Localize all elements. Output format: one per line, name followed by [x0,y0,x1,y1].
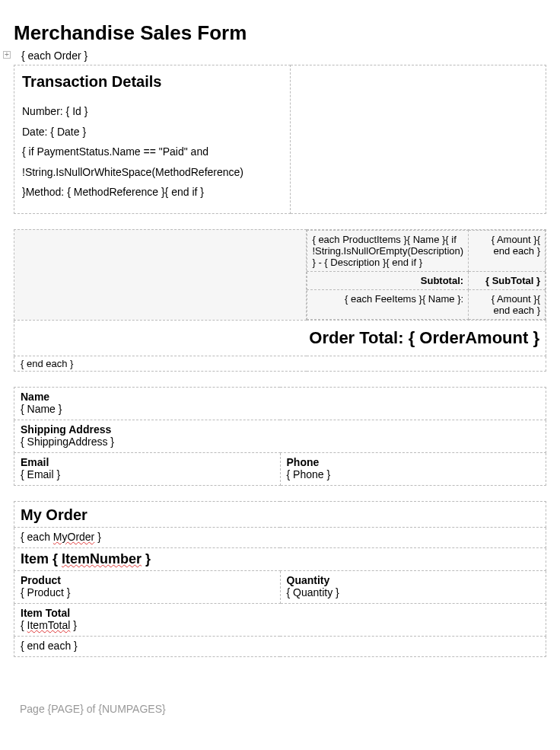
item-heading: Item { ItemNumber } [14,547,546,570]
subtotal-label-cell: Subtotal: [307,271,469,289]
subtotal-value-cell: { SubTotal } [469,271,546,289]
quantity-value: { Quantity } [287,586,540,598]
quantity-cell: Quantity { Quantity } [280,570,546,603]
email-cell: Email { Email } [14,452,281,485]
each-myorder-directive: { each MyOrder } [14,527,546,547]
fee-items-cell: { each FeeItems }{ Name }: [307,289,469,319]
each-myorder-post: } [94,531,101,543]
transaction-cond-1: { if PaymentStatus.Name == "Paid" and [22,142,282,162]
shipping-label: Shipping Address [21,423,539,436]
product-amount-cell: { Amount }{ end each } [469,230,546,271]
contact-table: Name { Name } Shipping Address { Shippin… [14,387,546,486]
product-cell: Product { Product } [14,570,281,603]
end-each-myorder: { end each } [14,636,546,656]
item-total-cell: Item Total { ItemTotal } [14,603,546,636]
product-value: { Product } [21,586,274,598]
page-title: Merchandise Sales Form [14,21,546,45]
transaction-date: Date: { Date } [22,122,282,142]
item-total-post: } [70,619,77,631]
end-each-order: { end each } [14,356,546,371]
order-total: Order Total: { OrderAmount } [21,328,539,348]
each-myorder-underline: MyOrder [53,531,94,543]
shipping-cell: Shipping Address { ShippingAddress } [14,420,546,452]
item-heading-underline: ItemNumber [62,551,142,566]
myorder-table: My Order { each MyOrder } Item { ItemNum… [14,501,546,657]
phone-value: { Phone } [287,468,540,480]
transaction-number: Number: { Id } [22,101,282,122]
items-inner-table: { each ProductItems }{ Name }{ if !Strin… [307,230,546,320]
page-footer: Page {PAGE} of {NUMPAGES} [14,703,546,715]
transaction-heading: Transaction Details [22,73,282,91]
transaction-blank-cell [291,65,546,214]
item-total-underline: ItemTotal [27,619,71,631]
item-total-value: { ItemTotal } [21,619,539,631]
email-label: Email [21,456,274,468]
item-total-pre: { [21,619,27,631]
transaction-details-cell: Transaction Details Number: { Id } Date:… [14,65,291,214]
shipping-value: { ShippingAddress } [21,436,539,448]
product-items-cell: { each ProductItems }{ Name }{ if !Strin… [307,230,469,271]
phone-cell: Phone { Phone } [280,452,546,485]
table-anchor-icon: + [3,51,11,59]
items-blank-cell [14,229,307,320]
transaction-cond-2: !String.IsNullOrWhiteSpace(MethodReferen… [22,162,282,183]
each-order-directive: { each Order } [21,49,546,62]
each-myorder-pre: { each [21,531,53,543]
item-heading-post: } [142,551,151,566]
product-label: Product [21,574,274,586]
item-total-label: Item Total [21,607,539,619]
items-table: { each ProductItems }{ Name }{ if !Strin… [14,229,546,372]
transaction-table: Transaction Details Number: { Id } Date:… [14,65,546,214]
quantity-label: Quantity [287,574,540,586]
myorder-heading: My Order [14,501,546,527]
fee-amount-cell: { Amount }{ end each } [469,289,546,319]
email-value: { Email } [21,468,274,480]
transaction-cond-3: }Method: { MethodReference }{ end if } [22,182,282,203]
phone-label: Phone [287,456,540,468]
item-heading-pre: Item { [21,551,62,566]
name-cell: Name { Name } [14,387,546,420]
name-label: Name [21,391,539,403]
name-value: { Name } [21,403,539,415]
